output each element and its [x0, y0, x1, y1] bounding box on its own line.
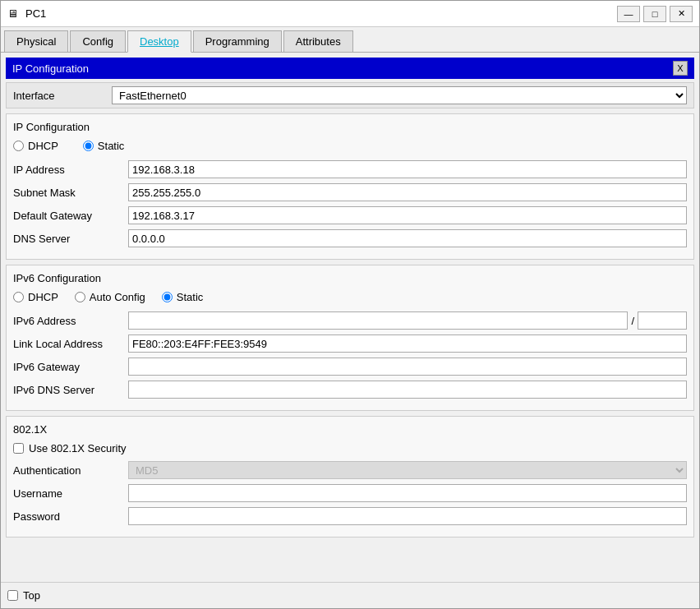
- title-bar-left: 🖥 PC1: [7, 7, 46, 21]
- main-window: 🖥 PC1 — □ ✕ Physical Config Desktop Prog…: [0, 0, 700, 609]
- default-gateway-label: Default Gateway: [13, 210, 128, 222]
- use-security-checkbox[interactable]: [13, 443, 24, 454]
- password-label: Password: [13, 510, 128, 523]
- dns-server-label: DNS Server: [13, 233, 128, 245]
- ipv6-address-input[interactable]: [128, 311, 628, 330]
- ipv6-radio-row: DHCP Auto Config Static: [13, 291, 687, 303]
- window-title: PC1: [25, 7, 46, 20]
- interface-row: Interface FastEthernet0: [6, 82, 694, 108]
- ip-address-input[interactable]: [128, 160, 687, 178]
- ipv6-dns-label: IPv6 DNS Server: [13, 384, 128, 396]
- ipv6-dhcp-radio[interactable]: [13, 292, 24, 302]
- ip-address-label: IP Address: [13, 164, 128, 176]
- dns-server-input[interactable]: [128, 229, 687, 247]
- top-label: Top: [23, 589, 40, 602]
- ipv6-dns-input[interactable]: [128, 381, 687, 399]
- username-row: Username: [13, 484, 687, 502]
- ipv6-gateway-input[interactable]: [128, 358, 687, 376]
- subnet-mask-label: Subnet Mask: [13, 187, 128, 199]
- ipv6-section: IPv6 Configuration DHCP Auto Config Stat…: [6, 265, 694, 411]
- auth-select[interactable]: MD5: [128, 461, 687, 479]
- dot1x-section-title: 802.1X: [13, 423, 687, 436]
- ipv6-autoconfig-label: Auto Config: [90, 291, 145, 303]
- ip-config-header-bar: IP Configuration X: [6, 58, 694, 79]
- maximize-button[interactable]: □: [643, 6, 666, 22]
- ipv4-static-label: Static: [98, 140, 125, 152]
- ipv6-gateway-row: IPv6 Gateway: [13, 358, 687, 376]
- subnet-mask-input[interactable]: [128, 183, 687, 201]
- title-bar-controls: — □ ✕: [617, 6, 693, 22]
- ipv4-section-title: IP Configuration: [13, 121, 687, 133]
- ipv6-static-radio[interactable]: [162, 292, 173, 302]
- username-input[interactable]: [128, 484, 687, 502]
- subnet-mask-row: Subnet Mask: [13, 183, 687, 201]
- link-local-input[interactable]: [128, 334, 687, 353]
- main-content: IP Configuration X Interface FastEtherne…: [1, 53, 699, 582]
- ipv6-autoconfig-radio[interactable]: [75, 292, 85, 302]
- ip-config-close-button[interactable]: X: [673, 61, 688, 76]
- tab-desktop[interactable]: Desktop: [127, 30, 191, 53]
- dot1x-section: 802.1X Use 802.1X Security Authenticatio…: [6, 416, 694, 537]
- ipv6-static-option[interactable]: Static: [162, 291, 204, 303]
- ip-address-row: IP Address: [13, 160, 687, 178]
- minimize-button[interactable]: —: [617, 6, 640, 22]
- ipv6-prefix-input[interactable]: [638, 311, 687, 330]
- password-input[interactable]: [128, 507, 687, 525]
- ipv6-section-title: IPv6 Configuration: [13, 272, 687, 284]
- ipv4-dhcp-radio[interactable]: [13, 141, 24, 151]
- ip-config-title: IP Configuration: [12, 62, 89, 75]
- tab-config[interactable]: Config: [70, 30, 126, 52]
- use-security-row: Use 802.1X Security: [13, 442, 687, 454]
- ipv4-section: IP Configuration DHCP Static IP Address …: [6, 113, 694, 260]
- ipv6-autoconfig-option[interactable]: Auto Config: [75, 291, 145, 303]
- ipv6-static-label: Static: [177, 291, 204, 303]
- ipv4-static-radio[interactable]: [83, 141, 94, 151]
- auth-row: Authentication MD5: [13, 461, 687, 479]
- tab-physical[interactable]: Physical: [4, 30, 68, 52]
- ipv6-slash: /: [628, 315, 638, 327]
- ipv4-dhcp-label: DHCP: [28, 140, 58, 152]
- interface-label: Interface: [13, 90, 112, 102]
- auth-label: Authentication: [13, 464, 128, 477]
- close-button[interactable]: ✕: [670, 6, 693, 22]
- default-gateway-input[interactable]: [128, 206, 687, 224]
- link-local-row: Link Local Address: [13, 334, 687, 353]
- app-icon: 🖥: [7, 7, 21, 21]
- ipv6-gateway-label: IPv6 Gateway: [13, 361, 128, 373]
- ipv6-address-label: IPv6 Address: [13, 315, 128, 327]
- tab-bar: Physical Config Desktop Programming Attr…: [1, 27, 699, 53]
- tab-programming[interactable]: Programming: [193, 30, 282, 52]
- interface-select[interactable]: FastEthernet0: [112, 86, 687, 104]
- ipv6-address-row: IPv6 Address /: [13, 311, 687, 330]
- link-local-label: Link Local Address: [13, 338, 128, 350]
- tab-attributes[interactable]: Attributes: [283, 30, 353, 52]
- use-security-label: Use 802.1X Security: [29, 442, 127, 454]
- dns-server-row: DNS Server: [13, 229, 687, 247]
- default-gateway-row: Default Gateway: [13, 206, 687, 224]
- ipv6-dhcp-label: DHCP: [28, 291, 58, 303]
- top-checkbox-row: Top: [7, 589, 40, 602]
- ipv6-dns-row: IPv6 DNS Server: [13, 381, 687, 399]
- title-bar: 🖥 PC1 — □ ✕: [1, 1, 699, 27]
- ipv4-dhcp-option[interactable]: DHCP: [13, 140, 58, 152]
- ipv6-dhcp-option[interactable]: DHCP: [13, 291, 58, 303]
- password-row: Password: [13, 507, 687, 525]
- ipv4-radio-row: DHCP Static: [13, 140, 687, 152]
- bottom-bar: Top: [1, 582, 699, 608]
- username-label: Username: [13, 487, 128, 500]
- ipv4-static-option[interactable]: Static: [83, 140, 125, 152]
- top-checkbox[interactable]: [7, 590, 18, 601]
